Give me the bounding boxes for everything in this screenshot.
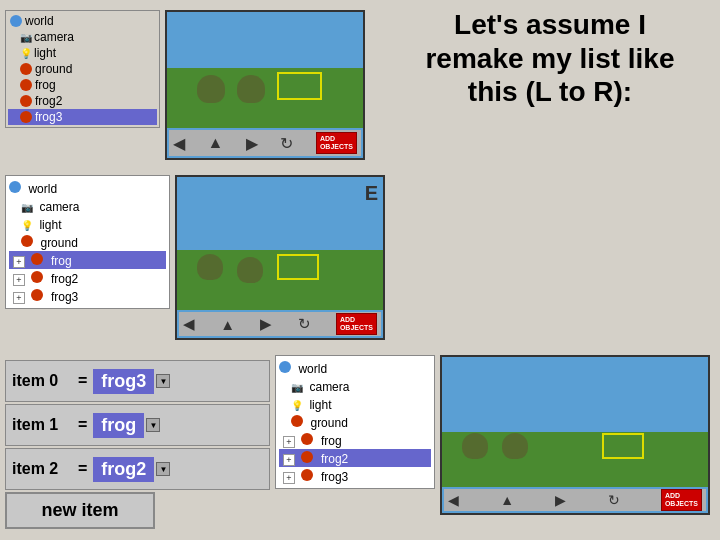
tree-item-frog3-bot[interactable]: + frog3	[279, 467, 431, 485]
frog-icon	[20, 79, 32, 91]
item-value-1: frog	[93, 413, 144, 438]
frog3-icon-bot	[301, 469, 313, 481]
tree-item-frog-mid[interactable]: + frog	[9, 251, 166, 269]
frog-icon-mid	[31, 253, 43, 265]
frog-sprite-2	[237, 75, 265, 103]
tree-label-world-bot: world	[298, 362, 327, 376]
nav-left-mid[interactable]: ◀	[183, 315, 195, 333]
tree-item-frog3-top[interactable]: frog3	[8, 109, 157, 125]
item-equals-2: =	[78, 460, 87, 478]
item-label-0: item 0	[12, 372, 72, 390]
tree-label-camera-bot: camera	[309, 380, 349, 394]
world-tree-panel-top: world 📷 camera 💡 light ground frog frog2…	[5, 10, 160, 128]
tree-label-light-bot: light	[309, 398, 331, 412]
nav-up-bot[interactable]: ▲	[500, 492, 514, 508]
nav-arrow-right[interactable]: ▶	[246, 134, 258, 153]
scene-controls-bot: ◀ ▲ ▶ ↻ ADDOBJECTS	[444, 489, 706, 511]
ground-icon	[20, 63, 32, 75]
tree-label-frog-bot: frog	[321, 434, 342, 448]
frog-sprite-1	[197, 75, 225, 103]
title-line3: this (L to R):	[468, 76, 632, 107]
item-row-2: item 2 = frog2 ▼	[5, 448, 270, 490]
frog-sprite-bot-1	[462, 433, 488, 459]
tree-item-frog2-top[interactable]: frog2	[8, 93, 157, 109]
frog-sprite-mid-2	[237, 257, 263, 283]
tree-label-ground-bot: ground	[310, 416, 347, 430]
title-line1: Let's assume I	[454, 9, 646, 40]
add-objects-button-mid[interactable]: ADDOBJECTS	[336, 313, 377, 336]
tree-item-world-bot[interactable]: world	[279, 359, 431, 377]
frog2-icon-bot	[301, 451, 313, 463]
plus-frog3-bot[interactable]: +	[283, 472, 295, 484]
tree-item-ground-bot[interactable]: ground	[279, 413, 431, 431]
scene-viewport-top: ◀ ▲ ▶ ↻ ADDOBJECTS	[165, 10, 365, 160]
camera-icon-bot: 📷	[291, 382, 303, 393]
new-item-button[interactable]: new item	[5, 492, 155, 529]
tree-item-light-bot[interactable]: 💡 light	[279, 395, 431, 413]
goal-net	[277, 72, 322, 100]
goal-net-mid	[277, 254, 319, 280]
tree-label-frog: frog	[35, 78, 56, 92]
camera-icon-mid: 📷	[21, 202, 33, 213]
tree-label-frog-mid: frog	[51, 254, 72, 268]
world-icon-bot	[279, 361, 291, 373]
plus-frog3-mid[interactable]: +	[13, 292, 25, 304]
tree-label-light: light	[34, 46, 56, 60]
nav-rotate-bot[interactable]: ↻	[608, 492, 620, 508]
tree-item-frog-bot[interactable]: + frog	[279, 431, 431, 449]
tree-item-ground-mid[interactable]: ground	[9, 233, 166, 251]
frog-icon-bot	[301, 433, 313, 445]
item-equals-1: =	[78, 416, 87, 434]
tree-item-camera-mid[interactable]: 📷 camera	[9, 197, 166, 215]
nav-arrow-up[interactable]: ▲	[208, 134, 224, 152]
frog2-icon	[20, 95, 32, 107]
nav-right-mid[interactable]: ▶	[260, 315, 272, 333]
nav-up-mid[interactable]: ▲	[220, 316, 235, 333]
nav-left-bot[interactable]: ◀	[448, 492, 459, 508]
item-dropdown-2[interactable]: ▼	[156, 462, 170, 476]
tree-item-frog2-bot[interactable]: + frog2	[279, 449, 431, 467]
plus-frog2-bot[interactable]: +	[283, 454, 295, 466]
tree-label-camera: camera	[34, 30, 74, 44]
tree-label-frog2-mid: frog2	[51, 272, 78, 286]
tree-item-frog2-mid[interactable]: + frog2	[9, 269, 166, 287]
tree-label-world: world	[25, 14, 54, 28]
title-line2: remake my list like	[425, 43, 674, 74]
frog3-icon-mid	[31, 289, 43, 301]
nav-right-bot[interactable]: ▶	[555, 492, 566, 508]
nav-rotate-mid[interactable]: ↻	[298, 315, 311, 333]
frog2-icon-mid	[31, 271, 43, 283]
tree-item-light-mid[interactable]: 💡 light	[9, 215, 166, 233]
tree-label-ground-mid: ground	[40, 236, 77, 250]
tree-item-camera-top[interactable]: 📷 camera	[8, 29, 157, 45]
plus-frog-bot[interactable]: +	[283, 436, 295, 448]
plus-frog-mid[interactable]: +	[13, 256, 25, 268]
item-dropdown-1[interactable]: ▼	[146, 418, 160, 432]
add-objects-button-bot[interactable]: ADDOBJECTS	[661, 489, 702, 512]
tree-item-camera-bot[interactable]: 📷 camera	[279, 377, 431, 395]
slide-title: Let's assume I remake my list like this …	[400, 8, 700, 109]
scene-controls-mid: ◀ ▲ ▶ ↻ ADDOBJECTS	[179, 312, 381, 336]
tree-item-world-top[interactable]: world	[8, 13, 157, 29]
nav-arrow-left[interactable]: ◀	[173, 134, 185, 153]
scene-label-e: E	[365, 182, 378, 205]
tree-label-frog3: frog3	[35, 110, 62, 124]
tree-item-frog-top[interactable]: frog	[8, 77, 157, 93]
light-icon-bot: 💡	[291, 400, 303, 411]
frog-sprite-bot-2	[502, 433, 528, 459]
tree-label-world-mid: world	[28, 182, 57, 196]
tree-label-frog3-bot: frog3	[321, 470, 348, 484]
light-icon: 💡	[20, 48, 32, 59]
item-equals-0: =	[78, 372, 87, 390]
camera-icon: 📷	[20, 32, 32, 43]
tree-item-frog3-mid[interactable]: + frog3	[9, 287, 166, 305]
add-objects-button-top[interactable]: ADDOBJECTS	[316, 132, 357, 155]
ground-icon-bot	[291, 415, 303, 427]
scene-controls-top: ◀ ▲ ▶ ↻ ADDOBJECTS	[169, 130, 361, 156]
item-dropdown-0[interactable]: ▼	[156, 374, 170, 388]
tree-item-light-top[interactable]: 💡 light	[8, 45, 157, 61]
nav-arrow-rotate[interactable]: ↻	[280, 134, 293, 153]
tree-item-world-mid[interactable]: world	[9, 179, 166, 197]
plus-frog2-mid[interactable]: +	[13, 274, 25, 286]
tree-item-ground-top[interactable]: ground	[8, 61, 157, 77]
